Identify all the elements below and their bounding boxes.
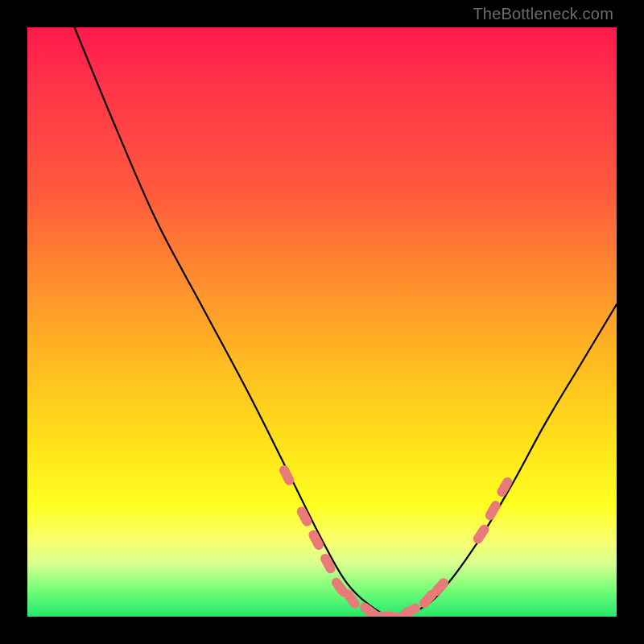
curve-layer — [27, 27, 617, 617]
plot-area — [27, 27, 617, 617]
highlight-marker — [278, 464, 295, 487]
chart-frame: TheBottleneck.com — [0, 0, 644, 644]
highlight-marker — [484, 499, 502, 522]
bottleneck-curve-path — [75, 27, 617, 617]
highlight-marker — [295, 505, 314, 528]
highlight-marker — [319, 552, 337, 576]
watermark-text: TheBottleneck.com — [473, 5, 613, 23]
highlight-marker — [307, 529, 325, 552]
highlight-marker — [418, 588, 439, 609]
highlight-marker — [358, 601, 381, 617]
highlight-marker — [398, 602, 422, 617]
bottleneck-curve — [75, 27, 617, 617]
highlight-markers — [278, 464, 514, 617]
highlight-marker — [495, 476, 514, 499]
highlight-marker — [330, 576, 350, 598]
highlight-marker — [471, 522, 490, 545]
highlight-marker — [341, 588, 361, 610]
highlight-marker — [429, 576, 450, 598]
highlight-marker — [370, 610, 392, 617]
highlight-marker — [382, 610, 403, 617]
